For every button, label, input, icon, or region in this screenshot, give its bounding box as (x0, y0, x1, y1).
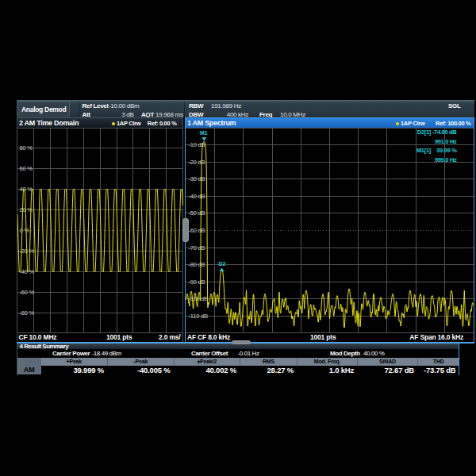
svg-text:-110 dB: -110 dB (189, 313, 209, 320)
svg-text:-70 dB: -70 dB (189, 244, 205, 251)
svg-text:-90 dB: -90 dB (189, 278, 205, 286)
svg-text:-80 %: -80 % (20, 309, 35, 317)
svg-text:-40 dB: -40 dB (189, 193, 205, 200)
svg-text:40 %: 40 % (20, 186, 33, 193)
svg-text:-20 dB: -20 dB (189, 159, 205, 166)
svg-text:-80 dB: -80 dB (189, 261, 205, 268)
svg-text:60 %: 60 % (20, 165, 33, 172)
svg-text:-50 dB: -50 dB (189, 209, 205, 217)
svg-text:-30 dB: -30 dB (189, 175, 205, 182)
svg-text:0 %: 0 % (20, 227, 30, 234)
svg-text:M1: M1 (200, 130, 208, 136)
svg-text:-60 dB: -60 dB (189, 227, 205, 234)
svg-text:80 %: 80 % (20, 144, 33, 152)
svg-text:-60 %: -60 % (20, 289, 35, 296)
svg-text:D2: D2 (219, 261, 226, 267)
